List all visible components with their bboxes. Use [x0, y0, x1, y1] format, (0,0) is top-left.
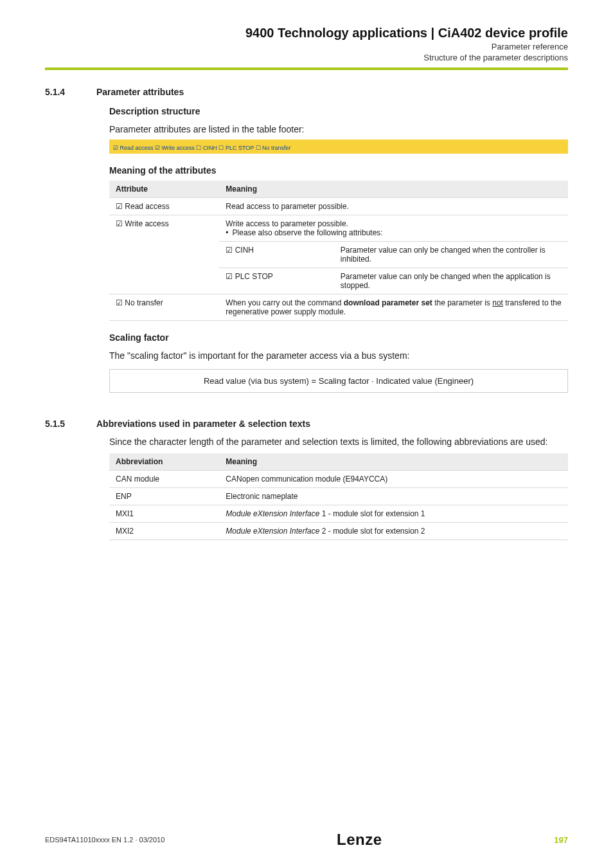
- page: 9400 Technology applications | CiA402 de…: [0, 0, 613, 868]
- footer-pagenum: 197: [554, 835, 568, 845]
- section-number: 5.1.5: [45, 419, 78, 429]
- abbr-mxi2-meaning: Module eXtension Interface 2 - module sl…: [219, 522, 568, 539]
- attributes-example-bar: ☑ Read access ☑ Write access ☐ CINH ☐ PL…: [109, 140, 568, 154]
- attributes-table: Attribute Meaning ☑ Read access Read acc…: [109, 181, 568, 321]
- section-514-heading-row: 5.1.4 Parameter attributes: [45, 87, 568, 97]
- attr-write-access-bullet: Please also observe the following attrib…: [226, 228, 562, 237]
- section-514: 5.1.4 Parameter attributes Description s…: [45, 87, 568, 393]
- section-title: Parameter attributes: [96, 87, 184, 97]
- table-row: ☑ Write access Write access to parameter…: [109, 215, 568, 242]
- attr-read-access: ☑ Read access: [109, 198, 219, 215]
- attr-notransfer-text1: When you carry out the command: [226, 298, 343, 307]
- table-row: MXI1 Module eXtension Interface 1 - modu…: [109, 505, 568, 522]
- abbr-mxi1-rest: 1 - module slot for extension 1: [319, 509, 425, 518]
- page-footer: EDS94TA11010xxxx EN 1.2 · 03/2010 Lenze …: [45, 831, 568, 849]
- section-515: 5.1.5 Abbreviations used in parameter & …: [45, 419, 568, 540]
- attr-notransfer-bold: download parameter set: [344, 298, 432, 307]
- footer-docid: EDS94TA11010xxxx EN 1.2 · 03/2010: [45, 836, 164, 844]
- abbr-can-meaning: CANopen communication module (E94AYCCA): [219, 470, 568, 487]
- header-rule: [45, 68, 568, 70]
- abbr-enp: ENP: [109, 487, 219, 505]
- section-number: 5.1.4: [45, 87, 78, 97]
- attr-notransfer-meaning: When you carry out the command download …: [219, 294, 568, 321]
- abbr-th-abbreviation: Abbreviation: [109, 453, 219, 471]
- attr-plcstop: ☑ PLC STOP: [219, 268, 334, 294]
- section-515-heading-row: 5.1.5 Abbreviations used in parameter & …: [45, 419, 568, 429]
- attr-write-access-bullets: Please also observe the following attrib…: [226, 228, 562, 237]
- abbr-mxi2-rest: 2 - module slot for extension 2: [319, 527, 425, 536]
- attr-th-meaning: Meaning: [219, 181, 568, 198]
- footer-logo: Lenze: [337, 831, 382, 849]
- abbr-mxi2-italic: Module eXtension Interface: [226, 527, 319, 536]
- page-header: 9400 Technology applications | CiA402 de…: [45, 26, 568, 70]
- description-structure-head: Description structure: [109, 106, 568, 116]
- scaling-formula: Read value (via bus system) = Scaling fa…: [109, 369, 568, 393]
- attr-write-access-line1: Write access to parameter possible.: [226, 219, 348, 228]
- table-row: MXI2 Module eXtension Interface 2 - modu…: [109, 522, 568, 539]
- abbr-enp-meaning: Electronic nameplate: [219, 487, 568, 505]
- section-515-para: Since the character length of the parame…: [109, 435, 568, 448]
- attr-read-access-meaning: Read access to parameter possible.: [219, 198, 568, 215]
- header-sub2: Structure of the parameter descriptions: [45, 53, 568, 62]
- attr-cinh-meaning: Parameter value can only be changed when…: [334, 242, 568, 268]
- attr-cinh: ☑ CINH: [219, 242, 334, 268]
- attr-plcstop-meaning: Parameter value can only be changed when…: [334, 268, 568, 294]
- abbr-mxi1-meaning: Module eXtension Interface 1 - module sl…: [219, 505, 568, 522]
- scaling-factor-head: Scaling factor: [109, 332, 568, 343]
- attr-notransfer-text2: the parameter is: [432, 298, 492, 307]
- abbr-mxi1-italic: Module eXtension Interface: [226, 509, 319, 518]
- table-row: ☑ No transfer When you carry out the com…: [109, 294, 568, 321]
- header-title: 9400 Technology applications | CiA402 de…: [45, 26, 568, 41]
- table-row: ☑ Read access Read access to parameter p…: [109, 198, 568, 215]
- section-title: Abbreviations used in parameter & select…: [96, 419, 310, 429]
- section-515-body: Since the character length of the parame…: [109, 435, 568, 540]
- table-row: CAN module CANopen communication module …: [109, 470, 568, 487]
- abbr-mxi1: MXI1: [109, 505, 219, 522]
- abbr-can: CAN module: [109, 470, 219, 487]
- scaling-factor-para: The "scaling factor" is important for th…: [109, 349, 568, 362]
- meaning-head: Meaning of the attributes: [109, 165, 568, 176]
- attributes-example-text: ☑ Read access ☑ Write access ☐ CINH ☐ PL…: [113, 145, 291, 151]
- description-structure-para: Parameter attributes are listed in the t…: [109, 123, 568, 136]
- attr-write-access: ☑ Write access: [109, 215, 219, 294]
- attr-notransfer-not: not: [492, 298, 503, 307]
- header-sub1: Parameter reference: [45, 42, 568, 51]
- abbreviations-table: Abbreviation Meaning CAN module CANopen …: [109, 453, 568, 540]
- section-514-body: Description structure Parameter attribut…: [109, 106, 568, 393]
- abbr-th-meaning: Meaning: [219, 453, 568, 471]
- attr-write-access-meaning: Write access to parameter possible. Plea…: [219, 215, 568, 242]
- attr-th-attribute: Attribute: [109, 181, 219, 198]
- table-row: ENP Electronic nameplate: [109, 487, 568, 505]
- abbr-mxi2: MXI2: [109, 522, 219, 539]
- attr-notransfer: ☑ No transfer: [109, 294, 219, 321]
